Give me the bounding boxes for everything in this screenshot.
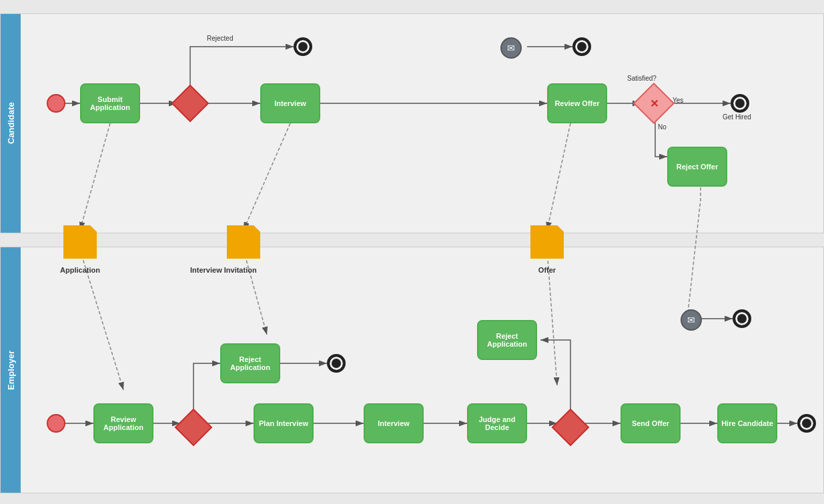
employer-start-event (47, 414, 65, 433)
interview-inv-doc-label: Interview Invitation (190, 266, 244, 274)
review-offer-task[interactable]: Review Offer (547, 83, 607, 123)
judge-decide-task[interactable]: Judge and Decide (467, 403, 527, 443)
start-event-shape (47, 94, 65, 113)
candidate-label: Candidate (1, 14, 21, 233)
application-doc-label: Application (60, 266, 100, 274)
diagram-container: Candidate Employer (0, 0, 824, 504)
gateway-e1-shape (175, 409, 213, 447)
employer-start-shape (47, 414, 65, 433)
msg-event-mid: ✉ (500, 37, 522, 59)
interview-candidate-task[interactable]: Interview (260, 83, 320, 123)
end-event-shape (731, 94, 749, 113)
rejected-label: Rejected (207, 35, 233, 42)
yes-label: Yes (673, 97, 683, 104)
gateway-x-shape: ✕ (633, 83, 675, 124)
plan-interview-task[interactable]: Plan Interview (254, 403, 314, 443)
candidate-start-event (47, 94, 65, 113)
end-hire-shape (797, 414, 816, 433)
employer-label: Employer (1, 247, 21, 493)
interview-inv-doc: Interview Invitation (227, 225, 260, 262)
end-event-reject (327, 354, 346, 373)
offer-doc: Offer (530, 225, 564, 262)
gateway-e2-shape (552, 409, 590, 447)
reject-application-bot-task[interactable]: Reject Application (477, 320, 537, 360)
get-hired-label: Get Hired (723, 113, 751, 121)
interview-employer-task[interactable]: Interview (364, 403, 424, 443)
end-event-bot (733, 309, 751, 328)
gateway-e1 (180, 414, 207, 441)
submit-application-task[interactable]: Submit Application (80, 83, 140, 123)
get-hired-event (731, 94, 749, 113)
end-event-mid (572, 37, 591, 56)
offer-doc-label: Offer (538, 266, 556, 274)
reject-application-top-task[interactable]: Reject Application (220, 343, 280, 383)
application-doc: Application (63, 225, 97, 262)
end-event-rejected (294, 37, 312, 56)
end-bot-shape (733, 309, 751, 328)
review-application-task[interactable]: Review Application (93, 403, 153, 443)
no-label: No (658, 123, 667, 131)
satisfied-gateway: ✕ (639, 89, 669, 118)
end-reject-shape (327, 354, 346, 373)
satisfied-label: Satisfied? (627, 75, 657, 82)
gateway-e2 (557, 414, 584, 441)
end-event-shape (294, 37, 312, 56)
gateway-1 (177, 90, 203, 117)
hire-candidate-task[interactable]: Hire Candidate (717, 403, 777, 443)
end-event-hire (797, 414, 816, 433)
reject-offer-task[interactable]: Reject Offer (667, 147, 727, 187)
lane-candidate: Candidate (0, 13, 824, 233)
end-event-shape (572, 37, 591, 56)
msg-event-bot: ✉ (681, 309, 702, 331)
lane-employer: Employer (0, 247, 824, 493)
gateway-diamond-shape (171, 85, 210, 123)
send-offer-task[interactable]: Send Offer (621, 403, 681, 443)
